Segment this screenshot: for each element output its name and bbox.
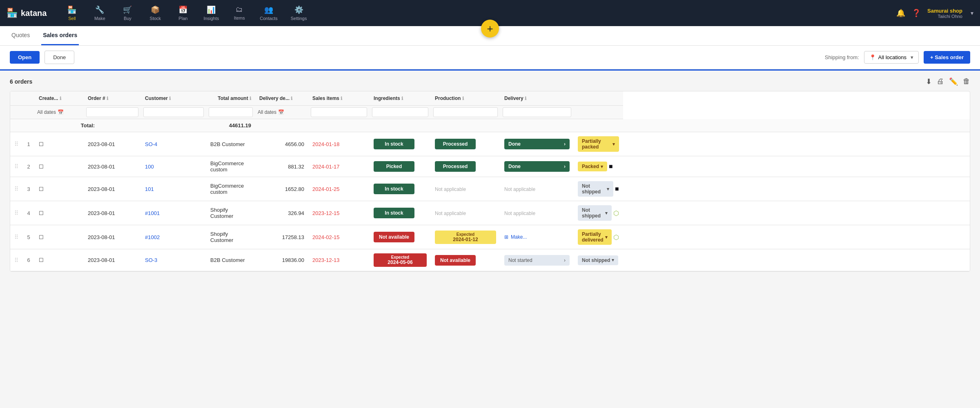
make-icon: 🔧 — [95, 5, 104, 14]
delivery-badge-1[interactable]: Partially packed ▾ — [578, 136, 619, 152]
col-ingredients-info[interactable]: ℹ — [401, 96, 403, 101]
edit-icon[interactable]: ✏️ — [949, 77, 958, 86]
col-sales-items-info[interactable]: ℹ — [341, 96, 342, 101]
order-link-5[interactable]: #1002 — [145, 234, 160, 240]
calendar-icon-2[interactable]: 📅 — [278, 109, 284, 115]
orders-count: 6 orders — [10, 78, 32, 85]
sales-items-expected-6: Expected 2024-05-06 — [374, 253, 427, 267]
pin-icon: 📍 — [869, 54, 876, 60]
col-production: Production — [435, 95, 461, 101]
nav-item-insights[interactable]: 📊 Insights — [198, 2, 224, 24]
row-checkbox-icon-2[interactable]: ☐ — [39, 164, 44, 170]
logo-text: katana — [21, 9, 47, 18]
delivery-cell-2: Packed ▾ ■ — [578, 162, 619, 171]
customer-1: B2B Customer — [206, 132, 255, 156]
order-link-1[interactable]: SO-4 — [145, 141, 157, 147]
production-make-5[interactable]: ⊞ Make... — [504, 234, 570, 240]
ingredients-status-4: Not applicable — [435, 211, 466, 216]
drag-handle[interactable]: ⠿ — [14, 163, 18, 170]
order-link-2[interactable]: 100 — [145, 164, 154, 170]
help-icon[interactable]: ❓ — [912, 9, 921, 18]
nav-item-settings[interactable]: ⚙️ Settings — [286, 2, 312, 24]
row-checkbox-icon-5[interactable]: ☐ — [39, 234, 44, 240]
nav-item-buy[interactable]: 🛒 Buy — [115, 2, 140, 24]
nav-label-sell: Sell — [68, 16, 76, 21]
row-checkbox-icon-3[interactable]: ☐ — [39, 186, 44, 192]
order-link-4[interactable]: #1001 — [145, 210, 160, 216]
drag-handle[interactable]: ⠿ — [14, 141, 18, 147]
location-dropdown[interactable]: 📍 All locations ▾ — [864, 51, 919, 64]
sell-icon: 🏪 — [67, 5, 76, 14]
shop-info[interactable]: Samurai shop Taiichi Ohno — [927, 8, 962, 19]
notifications-icon[interactable]: 🔔 — [896, 9, 905, 18]
production-status-6[interactable]: Not started › — [504, 255, 570, 266]
plan-icon: 📅 — [178, 5, 187, 14]
app-logo[interactable]: 🏪 katana — [7, 8, 47, 18]
delivery-date-6: 2023-12-13 — [308, 249, 370, 271]
nav-item-items[interactable]: 🗂 Items — [227, 2, 252, 24]
nav-item-make[interactable]: 🔧 Make — [87, 2, 112, 24]
delivery-filter[interactable] — [503, 107, 571, 117]
delivery-badge-4[interactable]: Not shipped ▾ — [578, 205, 612, 221]
col-delivery: Delivery — [504, 95, 523, 101]
created-date-filter[interactable]: All dates 📅 — [37, 109, 81, 115]
dd-arrow-1: ▾ — [612, 142, 615, 147]
row-checkbox-icon-4[interactable]: ☐ — [39, 210, 44, 216]
tab-quotes[interactable]: Quotes — [10, 26, 31, 45]
drag-handle[interactable]: ⠿ — [14, 234, 18, 240]
drag-handle[interactable]: ⠿ — [14, 257, 18, 264]
delivery-badge-2[interactable]: Packed ▾ — [578, 162, 607, 171]
col-order-info[interactable]: ℹ — [107, 96, 108, 101]
nav-item-plan[interactable]: 📅 Plan — [171, 2, 195, 24]
delivery-badge-3[interactable]: Not shipped ▾ — [578, 181, 613, 197]
delivery-badge-6[interactable]: Not shipped ▾ — [578, 255, 618, 265]
col-amount-info[interactable]: ℹ — [249, 96, 251, 101]
calendar-icon-1[interactable]: 📅 — [58, 109, 64, 115]
sales-items-status-5: Not available — [374, 232, 414, 242]
order-num-filter[interactable] — [86, 107, 138, 117]
col-customer-info[interactable]: ℹ — [169, 96, 171, 101]
col-production-info[interactable]: ℹ — [462, 96, 464, 101]
download-icon[interactable]: ⬇ — [926, 77, 932, 86]
nav-item-sell[interactable]: 🏪 Sell — [60, 2, 84, 24]
drag-handle[interactable]: ⠿ — [14, 210, 18, 216]
action-icons: ⬇ 🖨 ✏️ 🗑 — [926, 77, 970, 86]
ingredients-filter[interactable] — [372, 107, 428, 117]
shop-dropdown-arrow[interactable]: ▾ — [971, 10, 973, 16]
drag-handle[interactable]: ⠿ — [14, 186, 18, 192]
rank-1: 1 — [22, 132, 35, 156]
order-link-6[interactable]: SO-3 — [145, 257, 157, 263]
nav-item-contacts[interactable]: 👥 Contacts — [255, 2, 282, 24]
open-filter-button[interactable]: Open — [10, 51, 40, 64]
delivery-date-filter[interactable]: All dates 📅 — [258, 109, 306, 115]
row-checkbox-icon-1[interactable]: ☐ — [39, 141, 44, 147]
ingredients-expected-5: Expected 2024-01-12 — [435, 231, 496, 244]
production-status-2[interactable]: Done › — [504, 161, 570, 172]
created-date-4: 2023-08-01 — [84, 201, 141, 225]
add-button[interactable]: + — [481, 20, 499, 38]
total-amount: 44611.19 — [229, 122, 251, 129]
done-filter-button[interactable]: Done — [45, 51, 74, 64]
amount-4: 326.94 — [255, 201, 308, 225]
row-checkbox-icon-6[interactable]: ☐ — [39, 257, 44, 263]
customer-filter[interactable] — [143, 107, 204, 117]
delete-icon[interactable]: 🗑 — [963, 77, 970, 86]
amount-filter[interactable] — [209, 107, 253, 117]
table-row: ⠿ 1 ☐ 2023-08-01 SO-4 B2B Customer 4656.… — [10, 132, 970, 156]
nav-right: 🔔 ❓ Samurai shop Taiichi Ohno ▾ — [896, 8, 973, 19]
order-link-3[interactable]: 101 — [145, 186, 154, 192]
production-status-3: Not applicable — [504, 186, 535, 192]
tab-sales-orders[interactable]: Sales orders — [41, 26, 79, 45]
add-sales-order-button[interactable]: + Sales order — [924, 51, 970, 64]
production-status-1[interactable]: Done › — [504, 139, 570, 149]
col-delivery-info[interactable]: ℹ — [525, 96, 526, 101]
col-created-info[interactable]: ℹ — [60, 96, 61, 101]
print-icon[interactable]: 🖨 — [937, 77, 944, 86]
production-filter[interactable] — [433, 107, 498, 117]
sales-items-filter[interactable] — [311, 107, 367, 117]
shopify-icon-4: ⬡ — [613, 209, 619, 217]
nav-item-stock[interactable]: 📦 Stock — [143, 2, 167, 24]
nav-label-insights: Insights — [203, 16, 219, 21]
delivery-badge-5[interactable]: Partially delivered ▾ — [578, 229, 612, 245]
col-delivery-de-info[interactable]: ℹ — [291, 96, 292, 101]
